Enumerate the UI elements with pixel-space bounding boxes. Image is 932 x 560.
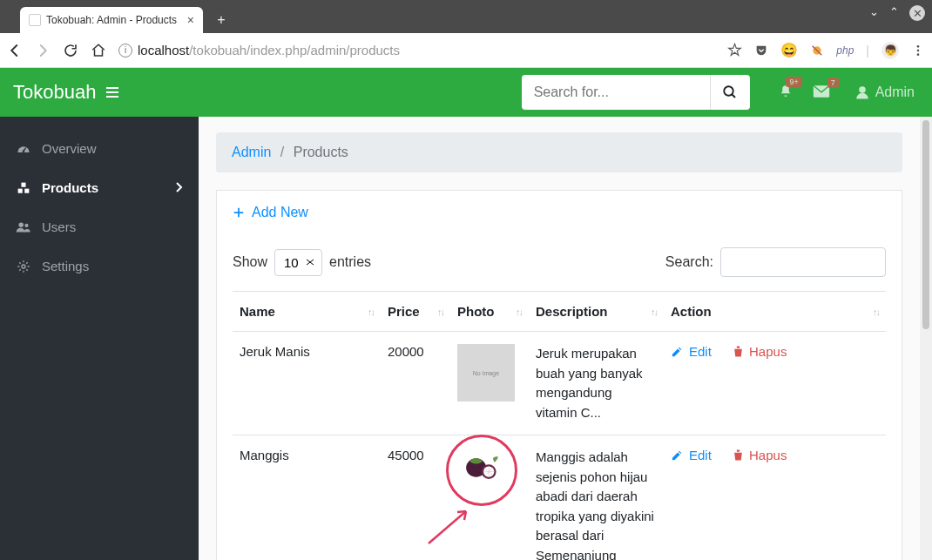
boxes-icon bbox=[16, 182, 31, 194]
users-icon bbox=[16, 221, 31, 233]
delete-button[interactable]: Hapus bbox=[733, 448, 787, 462]
search-button[interactable] bbox=[710, 75, 750, 110]
sidebar-item-overview[interactable]: Overview bbox=[0, 129, 199, 168]
col-price[interactable]: Price↑↓ bbox=[381, 292, 450, 332]
browser-tab[interactable]: Tokobuah: Admin - Products × bbox=[20, 7, 203, 33]
url-host: localhost bbox=[138, 43, 189, 57]
cell-name: Jeruk Manis bbox=[233, 332, 381, 435]
svg-point-3 bbox=[917, 53, 920, 56]
show-label: Show bbox=[233, 254, 267, 270]
sidebar-item-label: Products bbox=[42, 180, 98, 195]
table-search-input[interactable] bbox=[720, 247, 886, 277]
main-content: Admin / Products Add New Show 10 entries… bbox=[199, 117, 920, 560]
dashboard-icon bbox=[16, 143, 31, 155]
cell-price: 20000 bbox=[381, 332, 450, 435]
sort-icon: ↑↓ bbox=[873, 307, 879, 317]
sidebar: Overview Products Users Settings bbox=[0, 117, 199, 560]
home-icon[interactable] bbox=[91, 43, 106, 58]
mail-badge: 7 bbox=[827, 78, 839, 88]
svg-point-6 bbox=[859, 86, 866, 93]
pocket-icon[interactable] bbox=[754, 44, 768, 57]
window-minimize-icon[interactable]: ⌄ bbox=[869, 5, 879, 21]
user-menu[interactable]: Admin bbox=[854, 84, 915, 100]
vertical-scrollbar[interactable] bbox=[920, 117, 932, 560]
address-bar: i localhost/tokobuah/index.php/admin/pro… bbox=[0, 33, 932, 68]
table-row: Manggis 45000 bbox=[233, 435, 886, 561]
table-search-label: Search: bbox=[665, 254, 713, 270]
url-path: /tokobuah/index.php/admin/products bbox=[189, 43, 400, 57]
entries-label: entries bbox=[329, 254, 371, 270]
cell-price: 45000 bbox=[381, 435, 450, 561]
kebab-menu-icon[interactable] bbox=[911, 44, 925, 57]
cell-name: Manggis bbox=[233, 435, 381, 561]
col-photo[interactable]: Photo↑↓ bbox=[450, 292, 529, 332]
brand[interactable]: Tokobuah bbox=[13, 81, 118, 104]
url-field[interactable]: i localhost/tokobuah/index.php/admin/pro… bbox=[118, 43, 715, 57]
edit-button[interactable]: Edit bbox=[671, 344, 712, 359]
star-icon[interactable] bbox=[727, 43, 742, 57]
cell-action: Edit Hapus bbox=[664, 435, 886, 561]
sidebar-item-label: Users bbox=[42, 219, 76, 234]
search-input[interactable] bbox=[522, 75, 710, 110]
reload-icon[interactable] bbox=[63, 43, 78, 58]
svg-point-11 bbox=[18, 222, 24, 227]
brand-title: Tokobuah bbox=[13, 81, 96, 104]
sort-icon: ↑↓ bbox=[651, 307, 657, 317]
sidebar-item-label: Settings bbox=[42, 259, 89, 273]
add-new-label: Add New bbox=[252, 205, 308, 220]
col-action[interactable]: Action↑↓ bbox=[664, 292, 886, 332]
profile-avatar[interactable]: 👦 bbox=[881, 42, 899, 59]
products-table: Name↑↓ Price↑↓ Photo↑↓ Description↑↓ Act… bbox=[233, 291, 886, 560]
col-name[interactable]: Name↑↓ bbox=[233, 292, 381, 332]
user-icon bbox=[854, 84, 870, 100]
window-maximize-icon[interactable]: ⌃ bbox=[889, 5, 899, 21]
notif-badge: 9+ bbox=[786, 77, 801, 87]
cell-action: Edit Hapus bbox=[664, 332, 886, 435]
app-header: Tokobuah 9+ 7 Admin bbox=[0, 68, 932, 117]
sidebar-item-users[interactable]: Users bbox=[0, 207, 199, 246]
svg-point-4 bbox=[724, 86, 733, 96]
table-row: Jeruk Manis 20000 No Image Jeruk merupak… bbox=[233, 332, 886, 435]
svg-rect-10 bbox=[24, 188, 29, 192]
sidebar-item-label: Overview bbox=[42, 141, 97, 156]
hamburger-icon[interactable] bbox=[106, 87, 118, 98]
new-tab-button[interactable]: + bbox=[210, 9, 233, 31]
dot-icon[interactable] bbox=[810, 44, 824, 57]
svg-point-12 bbox=[24, 223, 28, 226]
scrollbar-thumb[interactable] bbox=[922, 120, 929, 329]
site-info-icon[interactable]: i bbox=[118, 44, 132, 57]
nav-forward-icon[interactable] bbox=[35, 43, 51, 58]
col-description[interactable]: Description↑↓ bbox=[529, 292, 664, 332]
close-tab-icon[interactable]: × bbox=[187, 13, 194, 27]
cell-photo bbox=[450, 435, 529, 561]
edit-button[interactable]: Edit bbox=[671, 448, 712, 462]
messages-button[interactable]: 7 bbox=[813, 84, 830, 101]
breadcrumb: Admin / Products bbox=[216, 132, 902, 172]
notifications-button[interactable]: 9+ bbox=[778, 84, 794, 102]
sidebar-item-products[interactable]: Products bbox=[0, 168, 199, 207]
window-close-icon[interactable]: ✕ bbox=[909, 5, 925, 21]
tab-title: Tokobuah: Admin - Products bbox=[46, 14, 177, 26]
sidebar-item-settings[interactable]: Settings bbox=[0, 246, 199, 286]
sort-icon: ↑↓ bbox=[368, 307, 374, 317]
emoji-icon[interactable]: 😄 bbox=[780, 42, 798, 58]
gear-icon bbox=[16, 260, 31, 273]
plus-icon bbox=[233, 206, 245, 219]
browser-tab-strip: Tokobuah: Admin - Products × + ⌄ ⌃ ✕ bbox=[0, 0, 932, 33]
tab-favicon bbox=[29, 14, 41, 26]
svg-point-1 bbox=[917, 45, 920, 48]
nav-back-icon[interactable] bbox=[7, 43, 23, 58]
delete-button[interactable]: Hapus bbox=[733, 344, 787, 359]
trash-icon bbox=[733, 345, 744, 358]
sort-icon: ↑↓ bbox=[516, 307, 522, 317]
page-length-select[interactable]: 10 bbox=[274, 249, 322, 276]
add-new-button[interactable]: Add New bbox=[233, 205, 308, 220]
products-card: Add New Show 10 entries Search: bbox=[216, 190, 902, 560]
chevron-right-icon bbox=[176, 180, 183, 195]
breadcrumb-root[interactable]: Admin bbox=[232, 145, 271, 159]
no-image-placeholder: No Image bbox=[457, 344, 515, 401]
breadcrumb-current: Products bbox=[294, 145, 348, 159]
sort-icon: ↑↓ bbox=[437, 307, 443, 317]
svg-rect-9 bbox=[18, 188, 23, 192]
svg-point-13 bbox=[22, 265, 25, 268]
